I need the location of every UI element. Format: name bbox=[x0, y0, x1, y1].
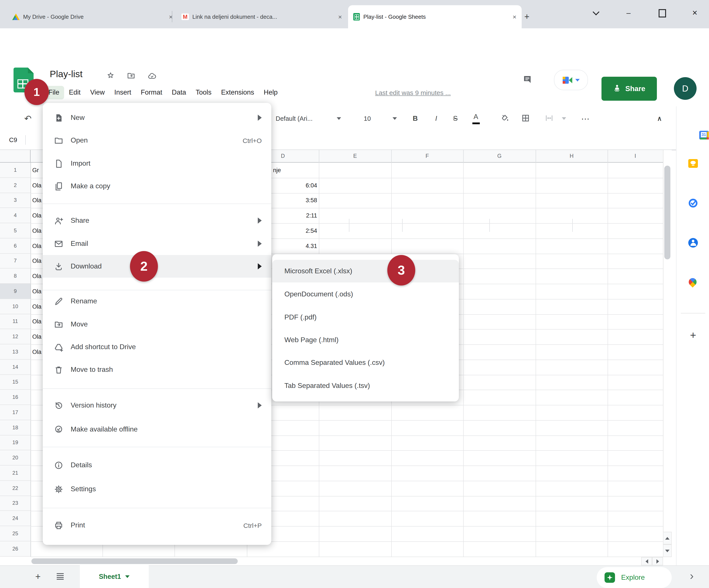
row-header-26[interactable]: 26 bbox=[0, 541, 30, 557]
maximize-button[interactable] bbox=[659, 9, 666, 18]
column-header-H[interactable]: H bbox=[535, 150, 608, 162]
row-header-9[interactable]: 9 bbox=[0, 284, 30, 299]
row-header-5[interactable]: 5 bbox=[0, 223, 30, 239]
scroll-right-button[interactable] bbox=[652, 557, 663, 565]
italic-button[interactable]: I bbox=[430, 112, 442, 125]
merge-cells-icon[interactable] bbox=[545, 114, 553, 124]
scroll-down-button[interactable] bbox=[663, 544, 672, 557]
menu-data[interactable]: Data bbox=[167, 86, 191, 99]
file-menu-item-move[interactable]: Move bbox=[43, 313, 271, 336]
column-header-G[interactable]: G bbox=[463, 150, 535, 162]
close-tab-icon[interactable]: × bbox=[338, 13, 342, 21]
select-all-corner[interactable] bbox=[0, 150, 30, 163]
file-menu-item-email[interactable]: Email bbox=[43, 232, 271, 255]
star-icon[interactable] bbox=[106, 72, 115, 82]
row-header-12[interactable]: 12 bbox=[0, 329, 30, 344]
download-item-1[interactable]: Microsoft Excel (.xlsx) bbox=[272, 260, 459, 282]
google-keep-icon[interactable] bbox=[688, 159, 698, 168]
scroll-left-button[interactable] bbox=[641, 557, 652, 565]
file-menu-item-print[interactable]: PrintCtrl+P bbox=[43, 514, 271, 537]
row-header-19[interactable]: 19 bbox=[0, 435, 30, 450]
expand-panel-chevron[interactable]: › bbox=[686, 569, 698, 582]
row-header-20[interactable]: 20 bbox=[0, 450, 30, 466]
download-item-5[interactable]: Comma Separated Values (.csv) bbox=[272, 351, 459, 374]
file-menu-item-import[interactable]: Import bbox=[43, 152, 271, 175]
cell-D1[interactable]: nje bbox=[273, 163, 281, 178]
menu-edit[interactable]: Edit bbox=[64, 86, 85, 99]
file-menu-item-open[interactable]: OpenCtrl+O bbox=[43, 129, 271, 152]
menu-view[interactable]: View bbox=[85, 86, 109, 99]
file-menu-item-rename[interactable]: Rename bbox=[43, 290, 271, 312]
file-menu-item-new[interactable]: New bbox=[43, 106, 271, 129]
menu-extensions[interactable]: Extensions bbox=[216, 86, 259, 99]
row-header-13[interactable]: 13 bbox=[0, 344, 30, 360]
file-menu-item-make-available-offline[interactable]: Make available offline bbox=[43, 418, 271, 441]
close-window-button[interactable]: × bbox=[689, 7, 701, 18]
file-menu-item-details[interactable]: Details bbox=[43, 454, 271, 476]
row-header-25[interactable]: 25 bbox=[0, 526, 30, 541]
close-tab-icon[interactable]: × bbox=[513, 13, 517, 21]
row-header-3[interactable]: 3 bbox=[0, 193, 30, 208]
row-header-1[interactable]: 1 bbox=[0, 163, 30, 178]
menu-tools[interactable]: Tools bbox=[191, 86, 216, 99]
borders-icon[interactable] bbox=[521, 114, 530, 124]
strikethrough-button[interactable]: S bbox=[449, 112, 462, 125]
all-sheets-icon[interactable] bbox=[57, 573, 64, 580]
row-header-2[interactable]: 2 bbox=[0, 178, 30, 193]
row-header-21[interactable]: 21 bbox=[0, 466, 30, 481]
menu-insert[interactable]: Insert bbox=[109, 86, 136, 99]
menu-help[interactable]: Help bbox=[259, 86, 283, 99]
row-header-7[interactable]: 7 bbox=[0, 253, 30, 269]
row-header-6[interactable]: 6 bbox=[0, 239, 30, 254]
row-header-15[interactable]: 15 bbox=[0, 375, 30, 390]
chevron-down-icon[interactable] bbox=[592, 9, 599, 17]
account-avatar[interactable]: D bbox=[674, 77, 697, 100]
comment-icon[interactable] bbox=[523, 75, 532, 85]
row-header-24[interactable]: 24 bbox=[0, 511, 30, 526]
collapse-toolbar-icon[interactable]: ∧ bbox=[653, 112, 665, 125]
file-menu-item-settings[interactable]: Settings bbox=[43, 478, 271, 500]
browser-tab-sheets[interactable]: Play-list - Google Sheets × bbox=[348, 5, 522, 28]
font-family-select[interactable]: Default (Ari... bbox=[275, 112, 341, 125]
file-menu-item-move-to-trash[interactable]: Move to trash bbox=[43, 358, 271, 381]
download-item-4[interactable]: Web Page (.html) bbox=[272, 329, 459, 351]
google-maps-icon[interactable] bbox=[689, 278, 698, 287]
file-menu-item-share[interactable]: Share bbox=[43, 209, 271, 232]
download-item-3[interactable]: PDF (.pdf) bbox=[272, 306, 459, 329]
horizontal-scrollbar-thumb[interactable] bbox=[31, 558, 238, 564]
column-header-I[interactable]: I bbox=[608, 150, 663, 162]
merge-dropdown-icon[interactable] bbox=[562, 117, 566, 120]
row-header-11[interactable]: 11 bbox=[0, 314, 30, 329]
cloud-saved-icon[interactable] bbox=[148, 72, 157, 82]
vertical-scrollbar-thumb[interactable] bbox=[664, 166, 671, 259]
move-to-folder-icon[interactable] bbox=[127, 72, 135, 82]
get-addons-icon[interactable]: + bbox=[686, 329, 700, 342]
download-item-2[interactable]: OpenDocument (.ods) bbox=[272, 283, 459, 306]
meet-button[interactable] bbox=[554, 70, 588, 90]
name-box[interactable]: C9 bbox=[3, 134, 23, 146]
google-contacts-icon[interactable] bbox=[688, 238, 698, 248]
row-header-17[interactable]: 17 bbox=[0, 405, 30, 420]
google-calendar-icon[interactable]: 31 bbox=[699, 131, 709, 139]
scroll-up-button[interactable] bbox=[663, 532, 672, 544]
document-title[interactable]: Play-list bbox=[50, 69, 83, 80]
download-item-6[interactable]: Tab Separated Values (.tsv) bbox=[272, 374, 459, 397]
menu-format[interactable]: Format bbox=[136, 86, 167, 99]
row-header-8[interactable]: 8 bbox=[0, 269, 30, 284]
explore-button[interactable]: Explore bbox=[597, 567, 672, 588]
browser-tab-gmail[interactable]: M Link na deljeni dokument - deca... × bbox=[176, 5, 347, 28]
row-header-4[interactable]: 4 bbox=[0, 208, 30, 223]
file-menu-item-version-history[interactable]: Version history bbox=[43, 394, 271, 417]
browser-tab-drive[interactable]: My Drive - Google Drive × bbox=[7, 5, 178, 28]
more-toolbar-icon[interactable]: ⋯ bbox=[579, 112, 592, 125]
row-header-10[interactable]: 10 bbox=[0, 299, 30, 314]
sheet-tab-sheet1[interactable]: Sheet1 bbox=[80, 565, 149, 588]
last-edit-status[interactable]: Last edit was 9 minutes ... bbox=[375, 89, 451, 96]
column-header-E[interactable]: E bbox=[319, 150, 391, 162]
row-header-16[interactable]: 16 bbox=[0, 390, 30, 405]
google-tasks-icon[interactable] bbox=[688, 198, 698, 208]
row-header-22[interactable]: 22 bbox=[0, 481, 30, 496]
add-sheet-icon[interactable]: + bbox=[32, 571, 44, 582]
row-header-14[interactable]: 14 bbox=[0, 360, 30, 375]
bold-button[interactable]: B bbox=[409, 112, 421, 125]
